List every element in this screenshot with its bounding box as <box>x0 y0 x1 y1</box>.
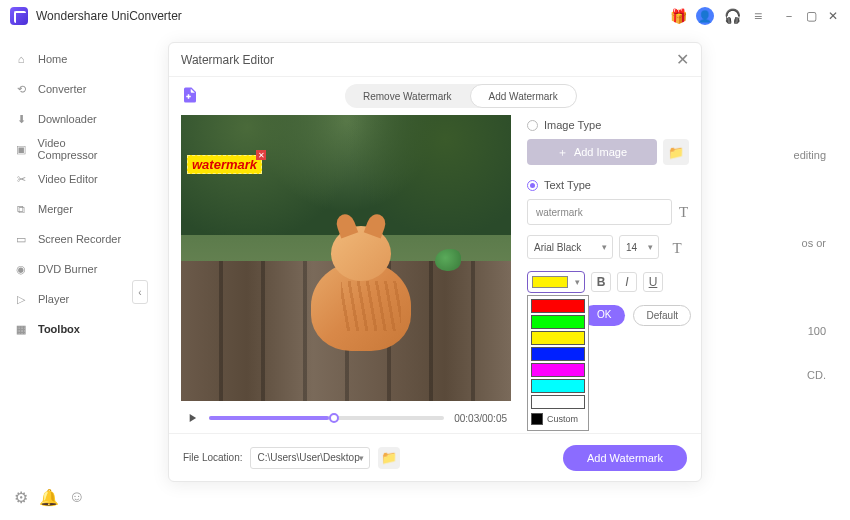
gift-icon[interactable]: 🎁 <box>670 8 686 24</box>
add-file-icon[interactable] <box>181 86 201 106</box>
disc-icon: ◉ <box>14 262 28 276</box>
sidebar-item-home[interactable]: ⌂Home <box>0 44 140 74</box>
sidebar-item-player[interactable]: ▷Player <box>0 284 140 314</box>
default-button[interactable]: Default <box>633 305 691 326</box>
feedback-icon[interactable]: ☺ <box>70 490 84 504</box>
text-format-icon[interactable]: T <box>665 235 689 261</box>
home-icon: ⌂ <box>14 52 28 66</box>
sidebar-item-label: Toolbox <box>38 323 80 335</box>
sidebar-item-toolbox[interactable]: ▦Toolbox <box>0 314 140 344</box>
scissors-icon: ✂ <box>14 172 28 186</box>
color-option-custom[interactable]: Custom <box>531 411 585 427</box>
browse-location-button[interactable]: 📁 <box>378 447 400 469</box>
color-option-yellow[interactable] <box>531 331 585 345</box>
color-option-blue[interactable] <box>531 347 585 361</box>
merge-icon: ⧉ <box>14 202 28 216</box>
color-dropdown: Custom <box>527 295 589 431</box>
minimize-button[interactable]: － <box>782 9 796 23</box>
color-option-green[interactable] <box>531 315 585 329</box>
maximize-button[interactable]: ▢ <box>804 9 818 23</box>
compress-icon: ▣ <box>14 142 28 156</box>
toolbox-icon: ▦ <box>14 322 28 336</box>
image-type-label: Image Type <box>544 119 601 131</box>
add-image-button[interactable]: ＋Add Image <box>527 139 657 165</box>
support-icon[interactable]: 🎧 <box>724 8 740 24</box>
file-location-select[interactable]: C:\Users\User\Desktop <box>250 447 370 469</box>
settings-icon[interactable]: ⚙ <box>14 490 28 504</box>
watermark-tabs: Remove Watermark Add Watermark <box>345 84 577 108</box>
sidebar-item-downloader[interactable]: ⬇Downloader <box>0 104 140 134</box>
background-text: editing os or 100 CD. <box>794 144 826 386</box>
watermark-editor-modal: Watermark Editor ✕ Remove Watermark Add … <box>168 42 702 482</box>
app-logo <box>10 7 28 25</box>
play-icon: ▷ <box>14 292 28 306</box>
text-style-icon[interactable]: T <box>678 199 689 225</box>
download-icon: ⬇ <box>14 112 28 126</box>
close-modal-button[interactable]: ✕ <box>676 50 689 69</box>
bell-icon[interactable]: 🔔 <box>42 490 56 504</box>
sidebar: ⌂Home ⟲Converter ⬇Downloader ▣Video Comp… <box>0 32 140 520</box>
time-display: 00:03/00:05 <box>454 413 507 424</box>
app-title: Wondershare UniConverter <box>36 9 182 23</box>
color-select[interactable] <box>527 271 585 293</box>
plus-icon: ＋ <box>557 145 568 160</box>
sidebar-item-compressor[interactable]: ▣Video Compressor <box>0 134 140 164</box>
collapse-sidebar-button[interactable]: ‹ <box>132 280 148 304</box>
image-type-radio[interactable] <box>527 120 538 131</box>
sidebar-item-label: Player <box>38 293 69 305</box>
titlebar: Wondershare UniConverter 🎁 👤 🎧 ≡ － ▢ ✕ <box>0 0 850 32</box>
sidebar-item-label: DVD Burner <box>38 263 97 275</box>
italic-button[interactable]: I <box>617 272 637 292</box>
file-location-label: File Location: <box>183 452 242 463</box>
color-option-white[interactable] <box>531 395 585 409</box>
sidebar-item-label: Home <box>38 53 67 65</box>
ok-button[interactable]: OK <box>583 305 625 326</box>
converter-icon: ⟲ <box>14 82 28 96</box>
sidebar-item-label: Video Compressor <box>38 137 126 161</box>
font-family-select[interactable]: Arial Black <box>527 235 613 259</box>
modal-title: Watermark Editor <box>181 53 274 67</box>
video-preview[interactable]: watermark ✕ <box>181 115 511 401</box>
sidebar-item-label: Downloader <box>38 113 97 125</box>
user-avatar-icon[interactable]: 👤 <box>696 7 714 25</box>
sidebar-item-recorder[interactable]: ▭Screen Recorder <box>0 224 140 254</box>
watermark-text-input[interactable] <box>527 199 672 225</box>
bold-button[interactable]: B <box>591 272 611 292</box>
color-option-cyan[interactable] <box>531 379 585 393</box>
sidebar-item-dvd[interactable]: ◉DVD Burner <box>0 254 140 284</box>
font-size-select[interactable]: 14 <box>619 235 659 259</box>
tab-remove-watermark[interactable]: Remove Watermark <box>345 84 470 108</box>
color-option-magenta[interactable] <box>531 363 585 377</box>
menu-icon[interactable]: ≡ <box>750 8 766 24</box>
sidebar-item-video-editor[interactable]: ✂Video Editor <box>0 164 140 194</box>
underline-button[interactable]: U <box>643 272 663 292</box>
sidebar-item-label: Merger <box>38 203 73 215</box>
sidebar-item-label: Screen Recorder <box>38 233 121 245</box>
tab-add-watermark[interactable]: Add Watermark <box>470 84 577 108</box>
browse-image-button[interactable]: 📁 <box>663 139 689 165</box>
seek-slider[interactable] <box>209 416 444 420</box>
play-button[interactable] <box>185 411 199 425</box>
record-icon: ▭ <box>14 232 28 246</box>
add-watermark-button[interactable]: Add Watermark <box>563 445 687 471</box>
color-option-red[interactable] <box>531 299 585 313</box>
sidebar-item-converter[interactable]: ⟲Converter <box>0 74 140 104</box>
text-type-radio[interactable] <box>527 180 538 191</box>
sidebar-item-merger[interactable]: ⧉Merger <box>0 194 140 224</box>
watermark-overlay[interactable]: watermark <box>187 155 262 174</box>
remove-watermark-overlay-button[interactable]: ✕ <box>256 150 266 160</box>
close-window-button[interactable]: ✕ <box>826 9 840 23</box>
sidebar-item-label: Video Editor <box>38 173 98 185</box>
text-type-label: Text Type <box>544 179 591 191</box>
sidebar-item-label: Converter <box>38 83 86 95</box>
